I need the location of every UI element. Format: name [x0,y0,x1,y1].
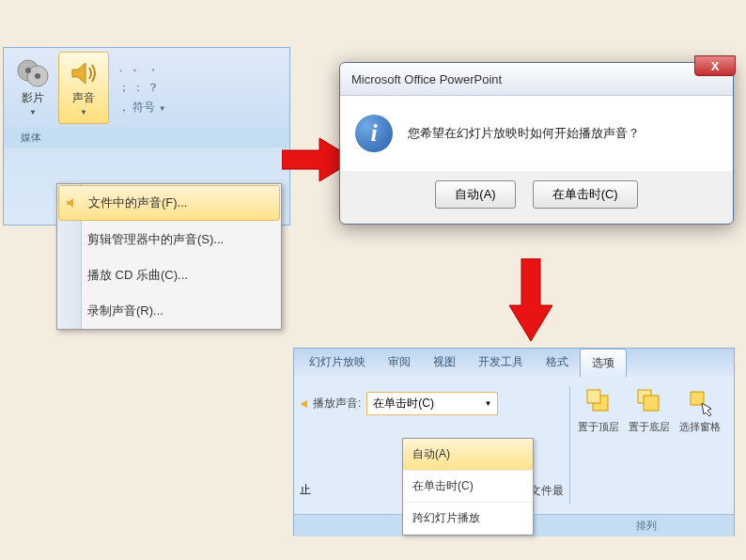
speaker-small-icon [65,195,80,210]
speaker-tiny-icon [300,397,313,411]
dialog-message: 您希望在幻灯片放映时如何开始播放声音？ [408,125,640,142]
auto-button[interactable]: 自动(A) [435,180,515,209]
play-sound-dropdown: 自动(A) 在单击时(C) 跨幻灯片播放 [402,438,534,536]
dropdown-item-cd-sound[interactable]: 播放 CD 乐曲(C)... [57,257,281,293]
play-option-auto[interactable]: 自动(A) [403,439,533,471]
bring-front-button[interactable]: 置于顶层 [578,386,619,434]
ribbon-tabs: 幻灯片放映 审阅 视图 开发工具 格式 选项 [294,349,734,377]
sound-button[interactable]: 声音 ▼ [58,52,109,124]
selection-pane-button[interactable]: 选择窗格 [679,386,721,434]
arrange-group: 置于顶层 置于底层 选择窗格 [569,386,728,505]
send-back-icon [634,386,664,416]
svg-rect-7 [644,396,659,411]
sound-dropdown-menu: 文件中的声音(F)... 剪辑管理器中的声音(S)... 播放 CD 乐曲(C)… [56,183,282,330]
dialog-title: Microsoft Office PowerPoint [351,72,502,86]
chevron-down-icon: ▼ [80,108,87,117]
sound-playback-dialog: Microsoft Office PowerPoint X i 您希望在幻灯片放… [339,62,734,225]
dialog-titlebar: Microsoft Office PowerPoint X [340,63,733,96]
tab-format[interactable]: 格式 [535,349,580,377]
group-arrange-label: 排列 [560,519,735,533]
dialog-buttons: 自动(A) 在单击时(C) [340,171,733,224]
tab-review[interactable]: 审阅 [377,349,422,377]
close-button[interactable]: X [694,55,736,76]
selection-pane-icon [685,386,715,416]
dropdown-item-file-sound[interactable]: 文件中的声音(F)... [58,185,280,221]
ribbon-buttons-row: 影片 ▼ 声音 ▼ 、 。 ， ； ： ？ ， 符号 ▼ [4,48,289,128]
tab-dev[interactable]: 开发工具 [467,349,535,377]
svg-rect-5 [587,390,600,403]
info-icon: i [355,115,393,152]
film-icon [16,56,50,90]
tab-options[interactable]: 选项 [580,349,627,377]
play-option-click[interactable]: 在单击时(C) [403,471,533,503]
bring-front-icon [583,386,614,416]
dialog-body: i 您希望在幻灯片放映时如何开始播放声音？ [340,96,733,171]
dropdown-item-clip-sound[interactable]: 剪辑管理器中的声音(S)... [57,222,281,257]
stop-label: 止 [300,482,311,498]
tab-slideshow[interactable]: 幻灯片放映 [298,349,377,377]
arrow-down-icon [507,258,554,343]
svg-point-3 [35,73,40,79]
symbols-area: 、 。 ， ； ： ？ ， 符号 ▼ [109,52,176,124]
dropdown-item-record-sound[interactable]: 录制声音(R)... [57,293,281,329]
speaker-icon [67,56,101,90]
film-label: 影片 [22,90,44,106]
ribbon-group-media-label: 媒体 [4,128,289,148]
chevron-down-icon: ▼ [484,399,491,408]
send-back-button[interactable]: 置于底层 [629,386,670,434]
sound-label: 声音 [72,90,95,106]
play-option-across[interactable]: 跨幻灯片播放 [403,503,533,535]
play-sound-combo[interactable]: 在单击时(C) ▼ [366,392,498,415]
close-icon: X [711,59,720,73]
play-sound-label: 播放声音: [313,396,361,412]
svg-point-2 [25,68,31,73]
tab-view[interactable]: 视图 [422,349,467,377]
on-click-button[interactable]: 在单击时(C) [533,180,638,209]
chevron-down-icon: ▼ [29,108,37,117]
film-button[interactable]: 影片 ▼ [8,52,58,124]
